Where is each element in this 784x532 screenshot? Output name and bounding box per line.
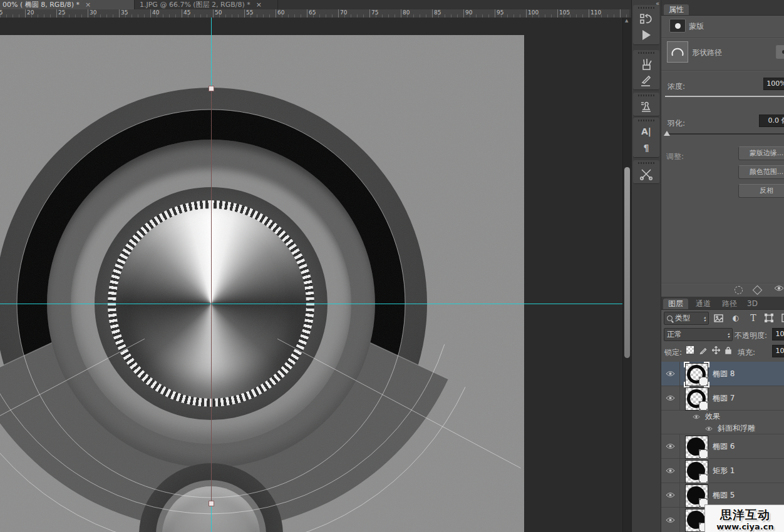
filter-pixel-layers-icon[interactable] <box>713 312 724 324</box>
drag-grip[interactable] <box>638 120 654 121</box>
ruler-number: 90 <box>465 9 472 16</box>
layer-name[interactable]: 椭圆 7 <box>713 393 735 404</box>
brush-panel-icon[interactable] <box>635 56 658 72</box>
blend-mode-dropdown[interactable]: 正常 ▴▾ <box>664 328 733 341</box>
tab-layers[interactable]: 图层 <box>663 299 688 309</box>
document-tab-active[interactable]: 00% ( 椭圆 8, RGB/8) * × <box>0 0 135 9</box>
paragraph-panel-icon[interactable]: ¶ <box>635 140 658 156</box>
layer-thumbnail[interactable] <box>685 436 708 459</box>
layer-row[interactable]: 椭圆 6 <box>661 434 784 459</box>
apply-mask-icon[interactable] <box>753 285 763 295</box>
layer-name[interactable]: 矩形 1 <box>713 466 735 476</box>
layer-name[interactable]: 椭圆 5 <box>713 490 735 501</box>
vertical-guide[interactable] <box>211 18 212 86</box>
feather-value[interactable]: 0.0 像素 <box>759 115 784 127</box>
scroll-up-icon[interactable]: ▲ <box>625 18 628 23</box>
drag-grip[interactable] <box>638 7 654 9</box>
actions-panel-icon[interactable] <box>635 27 658 43</box>
load-selection-icon[interactable] <box>735 286 743 294</box>
ruler-number: 45 <box>183 9 190 16</box>
layer-filter-kind-dropdown[interactable]: 类型 ▴▾ <box>664 312 709 325</box>
color-range-button[interactable]: 颜色范围... <box>738 165 784 179</box>
document-tab-inactive[interactable]: 1.JPG @ 66.7% (图层 2, RGB/8) * × <box>135 0 278 9</box>
visibility-toggle[interactable] <box>661 483 680 507</box>
path-center-line <box>211 88 212 503</box>
add-mask-icon[interactable] <box>776 45 784 59</box>
panel-group: A| ¶ <box>633 118 659 158</box>
effects-label: 效果 <box>705 411 720 422</box>
lock-pixels-icon[interactable] <box>698 344 709 356</box>
close-icon[interactable]: × <box>256 1 262 8</box>
vector-mask-thumbnail[interactable] <box>699 401 708 411</box>
invert-button[interactable]: 反相 <box>738 184 784 198</box>
path-anchor-bottom[interactable] <box>209 501 214 506</box>
visibility-toggle[interactable] <box>661 459 680 483</box>
density-slider[interactable] <box>665 96 784 97</box>
layer-effects-row[interactable]: 效果 <box>661 411 784 422</box>
bevel-emboss-label: 斜面和浮雕 <box>718 423 755 434</box>
drag-grip[interactable] <box>638 52 654 54</box>
filter-adjustment-layers-icon[interactable]: ◐ <box>730 312 741 324</box>
density-value[interactable]: 100% <box>763 78 784 90</box>
lock-transparency-icon[interactable] <box>686 346 694 354</box>
canvas-document[interactable] <box>0 35 524 532</box>
visibility-toggle[interactable] <box>661 434 680 458</box>
layer-name[interactable]: 椭圆 8 <box>713 369 735 379</box>
density-label: 浓度: <box>668 81 685 92</box>
visibility-toggle[interactable] <box>661 362 680 386</box>
panel-group <box>633 5 659 45</box>
ruler-number: 100 <box>528 9 539 16</box>
layer-row[interactable]: 椭圆 7 <box>661 386 784 411</box>
mask-visibility-eye-icon[interactable] <box>774 285 784 292</box>
shape-path-icon <box>667 41 688 63</box>
ruler-number: 25 <box>58 9 65 16</box>
canvas-viewport[interactable]: ▲ <box>0 18 631 532</box>
bevel-emboss-row[interactable]: 斜面和浮雕 <box>661 422 784 434</box>
fill-value[interactable]: 100 <box>772 345 784 357</box>
path-anchor-top[interactable] <box>209 86 214 91</box>
layer-thumbnail[interactable] <box>685 460 708 483</box>
lock-label: 锁定: <box>664 347 682 358</box>
kind-filter-label: 类型 <box>675 313 690 324</box>
vertical-scrollbar[interactable]: ▲ <box>622 18 631 532</box>
visibility-toggle[interactable] <box>661 386 680 410</box>
horizontal-ruler[interactable]: 1520253035404550556065707580859095100105… <box>0 9 629 18</box>
feather-slider[interactable] <box>665 133 784 135</box>
panel-group <box>633 93 659 116</box>
tab-3d[interactable]: 3D <box>742 299 763 309</box>
brush-presets-panel-icon[interactable] <box>635 72 658 88</box>
tool-presets-panel-icon[interactable] <box>635 166 658 182</box>
filter-shape-layers-icon[interactable] <box>763 312 775 324</box>
layer-thumbnail[interactable] <box>685 387 708 411</box>
layer-row[interactable]: 矩形 1 <box>661 459 784 483</box>
opacity-value[interactable]: 100 <box>772 328 784 340</box>
close-icon[interactable]: × <box>85 1 91 8</box>
drag-grip[interactable] <box>638 95 654 96</box>
horizontal-guide[interactable] <box>0 304 622 304</box>
tab-channels[interactable]: 通道 <box>691 299 716 309</box>
scrollbar-thumb[interactable] <box>624 167 630 358</box>
tab-paths[interactable]: 路径 <box>717 299 742 309</box>
panel-group <box>633 50 659 90</box>
layer-row[interactable]: 椭圆 8 <box>661 362 784 386</box>
drag-grip[interactable] <box>638 162 654 164</box>
lock-position-icon[interactable] <box>710 344 721 356</box>
vector-mask-thumbnail[interactable] <box>699 474 708 483</box>
vector-mask-thumbnail[interactable] <box>699 449 708 459</box>
visibility-toggle[interactable] <box>661 508 680 532</box>
filter-smart-objects-icon[interactable] <box>780 312 784 324</box>
layer-thumbnail[interactable] <box>685 363 708 386</box>
filter-type-layers-icon[interactable]: T <box>748 312 759 324</box>
updown-arrows-icon: ▴▾ <box>704 315 706 322</box>
feather-label: 羽化: <box>668 118 685 129</box>
clone-source-panel-icon[interactable] <box>635 98 658 115</box>
mask-edge-button[interactable]: 蒙版边缘... <box>738 146 784 160</box>
tab-properties[interactable]: 属性 <box>664 4 689 15</box>
feather-slider-thumb[interactable] <box>664 131 670 136</box>
lock-all-icon[interactable] <box>723 344 734 356</box>
vertical-guide[interactable] <box>211 505 212 532</box>
blend-mode-value: 正常 <box>667 329 682 340</box>
character-panel-icon[interactable]: A| <box>635 123 658 140</box>
history-panel-icon[interactable] <box>635 11 658 27</box>
layer-name[interactable]: 椭圆 6 <box>713 441 735 452</box>
